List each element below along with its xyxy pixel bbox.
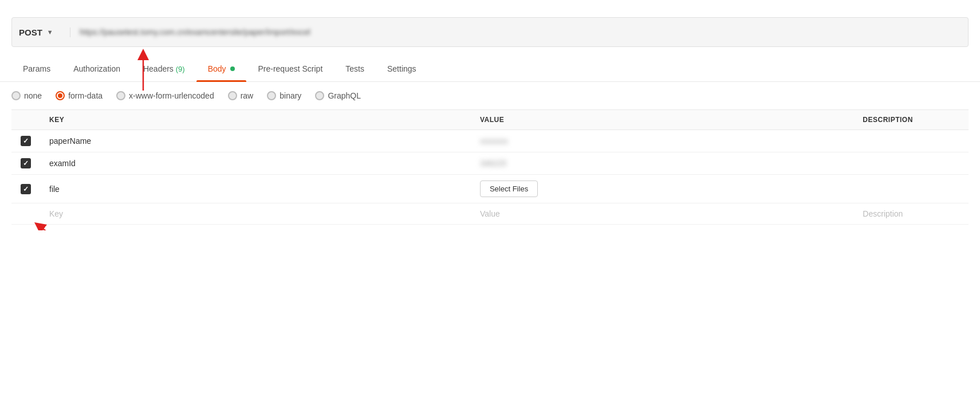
tab-params[interactable]: Params (11, 56, 62, 81)
placeholder-check (11, 203, 40, 225)
tab-headers[interactable]: Headers (9) (132, 56, 196, 81)
form-data-table: KEY VALUE DESCRIPTION paperName xxxxxxx (11, 109, 969, 225)
checkbox-examId[interactable] (21, 158, 31, 168)
row-value-paperName[interactable]: xxxxxxx (471, 130, 853, 152)
col-check (11, 110, 40, 130)
url-input[interactable] (70, 28, 961, 37)
row-key-paperName[interactable]: paperName (40, 130, 471, 152)
radio-binary-label: binary (280, 91, 301, 100)
row-desc-examId (853, 152, 969, 175)
placeholder-key[interactable]: Key (40, 203, 471, 225)
radio-raw-circle (228, 91, 237, 100)
col-value: VALUE (471, 110, 853, 130)
radio-graphql[interactable]: GraphQL (315, 91, 361, 100)
tab-headers-badge: (9) (176, 65, 185, 73)
tabs-bar: Params Authorization Headers (9) Body Pr… (0, 56, 980, 82)
radio-x-www-form-urlencoded-circle (116, 91, 125, 100)
checkbox-paperName[interactable] (21, 136, 31, 146)
table-header-row: KEY VALUE DESCRIPTION (11, 110, 969, 130)
placeholder-description[interactable]: Description (853, 203, 969, 225)
body-type-row: none form-data x-www-form-urlencoded raw… (0, 82, 980, 109)
row-desc-paperName (853, 130, 969, 152)
radio-form-data-label: form-data (68, 91, 103, 100)
svg-line-3 (39, 226, 74, 230)
tab-tests[interactable]: Tests (334, 56, 376, 81)
row-value-examId[interactable]: 346225 (471, 152, 853, 175)
table-row: examId 346225 (11, 152, 969, 175)
radio-form-data[interactable]: form-data (56, 91, 103, 100)
radio-x-www-form-urlencoded[interactable]: x-www-form-urlencoded (116, 91, 214, 100)
blurred-value-examId: 346225 (480, 159, 507, 168)
method-label: POST (19, 28, 42, 37)
radio-form-data-circle (56, 91, 65, 100)
table-placeholder-row: Key Value Description (11, 203, 969, 225)
row-value-file[interactable]: Select Files (471, 175, 853, 203)
radio-none[interactable]: none (11, 91, 42, 100)
tab-body-label: Body (208, 64, 226, 73)
tab-authorization[interactable]: Authorization (62, 56, 132, 81)
method-chevron-icon: ▼ (47, 29, 53, 36)
radio-graphql-circle (315, 91, 324, 100)
row-check-cell[interactable] (11, 152, 40, 175)
radio-raw[interactable]: raw (228, 91, 254, 100)
blurred-value-paperName: xxxxxxx (480, 136, 508, 146)
method-selector[interactable]: POST ▼ (19, 28, 70, 37)
radio-none-circle (11, 91, 21, 100)
body-active-dot (230, 66, 235, 71)
radio-raw-label: raw (241, 91, 254, 100)
tab-pre-request-script[interactable]: Pre-request Script (246, 56, 334, 81)
table-row: file Select Files (11, 175, 969, 203)
radio-binary-circle (267, 91, 276, 100)
row-key-examId[interactable]: examId (40, 152, 471, 175)
tab-headers-label: Headers (143, 64, 174, 73)
tab-settings[interactable]: Settings (376, 56, 428, 81)
row-check-cell[interactable] (11, 130, 40, 152)
radio-binary[interactable]: binary (267, 91, 301, 100)
row-key-file[interactable]: file (40, 175, 471, 203)
url-bar: POST ▼ (11, 17, 969, 47)
radio-graphql-label: GraphQL (328, 91, 361, 100)
select-files-button[interactable]: Select Files (480, 181, 538, 197)
radio-none-label: none (24, 91, 42, 100)
col-key: KEY (40, 110, 471, 130)
col-description: DESCRIPTION (853, 110, 969, 130)
checkbox-file[interactable] (21, 184, 31, 194)
placeholder-value[interactable]: Value (471, 203, 853, 225)
row-desc-file (853, 175, 969, 203)
row-check-cell[interactable] (11, 175, 40, 203)
tab-body[interactable]: Body (196, 56, 247, 81)
table-row: paperName xxxxxxx (11, 130, 969, 152)
radio-x-www-form-urlencoded-label: x-www-form-urlencoded (129, 91, 214, 100)
